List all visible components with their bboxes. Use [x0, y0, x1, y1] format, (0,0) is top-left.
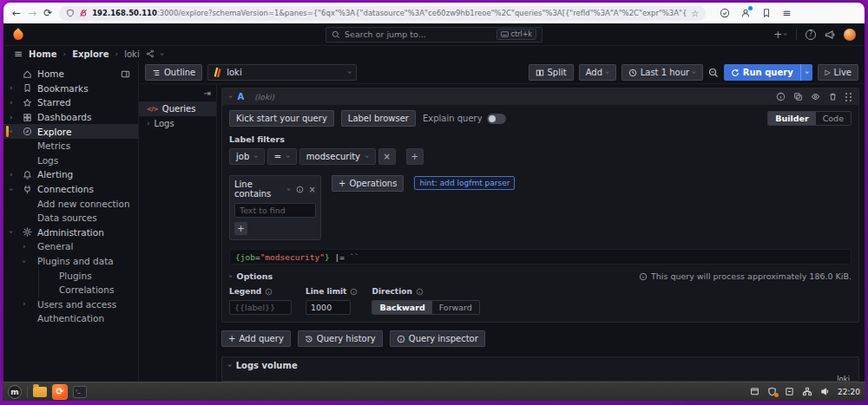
insecure-lock-icon[interactable]: [79, 9, 88, 17]
back-icon[interactable]: ←: [12, 8, 21, 18]
bookmark-star-icon[interactable]: ☆: [691, 9, 699, 18]
reload-icon[interactable]: ⟳: [43, 8, 52, 18]
sidebar-item-connections[interactable]: ›Connections: [3, 182, 138, 197]
zoom-out-icon[interactable]: [708, 68, 719, 78]
add-query-button[interactable]: +Add query: [221, 330, 291, 347]
add-icon[interactable]: +›: [773, 29, 787, 41]
collapse-query-icon[interactable]: ›: [227, 95, 234, 99]
breadcrumb-loki[interactable]: loki: [124, 49, 139, 59]
sidebar-item-data-sources[interactable]: Data sources: [3, 211, 138, 225]
extension-check-icon[interactable]: [720, 8, 730, 18]
run-query-dropdown[interactable]: ›: [800, 64, 813, 81]
duplicate-query-icon[interactable]: [793, 92, 803, 101]
options-title[interactable]: Options: [237, 271, 273, 281]
split-button[interactable]: Split: [529, 64, 574, 81]
grafana-logo[interactable]: [12, 28, 24, 41]
time-range-picker[interactable]: Last 1 hour ›: [621, 64, 703, 81]
sidebar-item-general[interactable]: ›General: [3, 239, 138, 254]
sidebar-item-bookmarks[interactable]: ›Bookmarks: [3, 82, 138, 96]
breadcrumb-home[interactable]: Home: [29, 49, 56, 59]
add-operation-button[interactable]: +Operations: [332, 175, 404, 192]
sidebar-item-alerting[interactable]: ›Alerting: [3, 167, 138, 182]
account-icon[interactable]: [740, 8, 751, 18]
update-manager-icon[interactable]: [767, 387, 777, 396]
remove-filter-button[interactable]: ×: [378, 148, 396, 165]
news-icon[interactable]: [825, 29, 835, 40]
logfmt-hint-link[interactable]: hint: add logfmt parser: [414, 176, 515, 190]
operation-name[interactable]: Line contains: [234, 180, 284, 199]
breadcrumb-explore[interactable]: Explore: [72, 49, 108, 59]
sidebar-item-dashboards[interactable]: ›Dashboards: [3, 110, 138, 125]
url-bar[interactable]: 192.168.50.110:3000/explore?schemaVersio…: [59, 6, 706, 21]
forward-icon[interactable]: →: [28, 8, 36, 18]
text-to-find-input[interactable]: [234, 203, 316, 218]
sidebar-item-metrics[interactable]: Metrics: [3, 139, 138, 154]
line-limit-input[interactable]: [306, 300, 351, 315]
collapse-logs-volume-icon[interactable]: ›: [226, 364, 233, 368]
files-launcher-icon[interactable]: [33, 387, 47, 397]
sidebar-item-authentication[interactable]: Authentication: [3, 311, 138, 326]
sidebar-item-users-and-access[interactable]: ›Users and access: [3, 297, 138, 312]
run-query-button[interactable]: Run query ›: [724, 64, 813, 81]
operator-select[interactable]: =›: [267, 148, 297, 165]
sidebar-item-logs[interactable]: Logs: [3, 154, 138, 168]
library-icon[interactable]: [761, 8, 772, 18]
raw-query[interactable]: {job="modsecurity"} |= ``: [229, 249, 852, 265]
chevron-down-icon[interactable]: ›: [158, 52, 166, 56]
sidebar-item-home[interactable]: Home: [3, 67, 138, 82]
label-browser-button[interactable]: Label browser: [341, 110, 416, 127]
dock-menu-icon[interactable]: [121, 69, 130, 79]
mega-menu-toggle-icon[interactable]: ≡: [14, 48, 23, 60]
value-select[interactable]: modsecurity›: [299, 148, 376, 165]
live-button[interactable]: ▷ Live: [818, 64, 858, 81]
legend-input[interactable]: [229, 300, 292, 315]
query-inspector-button[interactable]: Query inspector: [390, 330, 485, 347]
outline-item-queries[interactable]: </> Queries: [139, 101, 216, 116]
share-icon[interactable]: [146, 49, 155, 58]
toggle-visibility-icon[interactable]: [811, 92, 820, 101]
sidebar-item-add-new-connection[interactable]: Add new connection: [3, 196, 138, 211]
add-filter-button[interactable]: +: [406, 148, 424, 165]
kick-start-button[interactable]: Kick start your query: [229, 110, 334, 127]
add-dropdown-button[interactable]: Add ›: [579, 64, 616, 81]
add-value-button[interactable]: +: [234, 222, 247, 235]
legend-loki[interactable]: loki: [837, 375, 850, 382]
network-icon[interactable]: [802, 387, 812, 396]
volume-icon[interactable]: [820, 387, 830, 396]
code-mode-button[interactable]: Code: [816, 112, 851, 125]
drag-handle[interactable]: [845, 93, 852, 101]
sidebar-item-starred[interactable]: ›Starred: [3, 95, 138, 110]
builder-mode-button[interactable]: Builder: [768, 112, 815, 125]
sidebar-item-administration[interactable]: ›Administration: [3, 225, 138, 240]
operation-info-icon[interactable]: [296, 186, 304, 193]
datasource-picker[interactable]: loki ›: [207, 64, 357, 81]
chevron-down-icon[interactable]: ›: [285, 187, 293, 191]
terminal-launcher-icon[interactable]: ›_: [73, 386, 87, 398]
collapse-outline-icon[interactable]: ⇥: [204, 88, 211, 98]
firefox-launcher-icon[interactable]: ⟳: [52, 384, 68, 400]
outline-button[interactable]: Outline: [145, 64, 202, 81]
search-input[interactable]: Search or jump to... ctrl+k: [326, 27, 542, 42]
mint-menu-button[interactable]: m: [8, 385, 22, 399]
query-row-header[interactable]: › A (loki): [222, 88, 858, 105]
explain-query-toggle[interactable]: [487, 114, 506, 124]
query-history-button[interactable]: Query history: [298, 330, 383, 347]
remove-operation-icon[interactable]: ×: [309, 185, 316, 194]
query-info-icon[interactable]: [776, 92, 786, 101]
sidebar-item-plugins[interactable]: Plugins: [3, 268, 138, 283]
removable-media-icon[interactable]: [785, 387, 794, 396]
outline-item-logs[interactable]: › Logs: [139, 116, 216, 131]
shield-icon[interactable]: [66, 9, 75, 17]
sidebar-item-correlations[interactable]: Correlations: [3, 283, 138, 297]
window-list-icon[interactable]: [750, 387, 760, 396]
user-avatar[interactable]: [844, 29, 856, 41]
remove-query-icon[interactable]: [828, 92, 838, 101]
direction-backward-button[interactable]: Backward: [372, 301, 431, 314]
sidebar-item-plugins-and-data[interactable]: ›Plugins and data: [3, 254, 138, 269]
menu-icon[interactable]: ≡: [782, 8, 791, 18]
label-select[interactable]: job›: [229, 148, 265, 165]
direction-forward-button[interactable]: Forward: [432, 301, 479, 314]
collapse-options-icon[interactable]: ›: [227, 275, 234, 278]
taskbar-clock[interactable]: 22:20: [838, 388, 860, 396]
help-icon[interactable]: ?: [806, 29, 816, 40]
